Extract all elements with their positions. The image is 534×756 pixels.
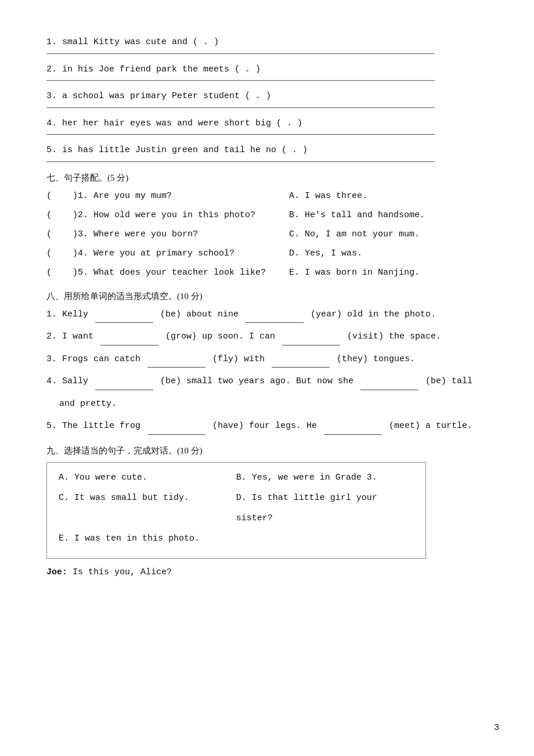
reorder-q4: 4. her her hair eyes was and were short … [46, 116, 488, 131]
answer-line-2 [46, 80, 435, 81]
section8-q4b: and pretty. [59, 396, 488, 413]
section9-title: 九、选择适当的句子，完成对话。(10 分) [46, 445, 488, 456]
section7-title: 七、句子搭配。(5 分) [46, 172, 488, 183]
answer-line-5 [46, 161, 435, 162]
match-row-2: ( )2. How old were you in this photo? B.… [46, 207, 488, 223]
section8-q3: 3. Frogs can catch (fly) with (they) ton… [46, 351, 488, 368]
page-number: 3 [494, 723, 499, 733]
section7: 七、句子搭配。(5 分) ( )1. Are you my mum? A. I … [46, 172, 488, 280]
reorder-section: 1. small Kitty was cute and ( . ) 2. in … [46, 35, 488, 162]
dialogue-joe: Joe: Is this you, Alice? [46, 564, 488, 580]
reorder-q5: 5. is has little Justin green and tail h… [46, 143, 488, 158]
reorder-q1: 1. small Kitty was cute and ( . ) [46, 35, 488, 50]
reorder-q2: 2. in his Joe friend park the meets ( . … [46, 62, 488, 77]
answer-line-4 [46, 134, 435, 135]
section8: 八、用所给单词的适当形式填空。(10 分) 1. Kelly (be) abou… [46, 291, 488, 435]
section8-q1: 1. Kelly (be) about nine (year) old in t… [46, 307, 488, 323]
match-row-5: ( )5. What does your teacher look like? … [46, 265, 488, 280]
section8-q2: 2. I want (grow) up soon. I can (visit) … [46, 329, 488, 345]
section8-q4: 4. Sally (be) small two years ago. But n… [46, 373, 488, 390]
choice-box: A. You were cute. B. Yes, we were in Gra… [46, 462, 426, 559]
section8-q5: 5. The little frog (have) four legs. He … [46, 418, 488, 435]
section9: 九、选择适当的句子，完成对话。(10 分) A. You were cute. … [46, 445, 488, 580]
answer-line-3 [46, 107, 435, 108]
match-row-3: ( )3. Where were you born? C. No, I am n… [46, 226, 488, 242]
answer-line-1 [46, 53, 435, 54]
match-row-1: ( )1. Are you my mum? A. I was three. [46, 188, 488, 204]
match-row-4: ( )4. Were you at primary school? D. Yes… [46, 246, 488, 261]
reorder-q3: 3. a school was primary Peter student ( … [46, 89, 488, 104]
section8-title: 八、用所给单词的适当形式填空。(10 分) [46, 291, 488, 302]
choice-box-row2: C. It was small but tidy. D. Is that lit… [59, 490, 414, 506]
choice-box-row3: sister? [59, 510, 414, 526]
choice-box-row1: A. You were cute. B. Yes, we were in Gra… [59, 470, 414, 485]
choice-box-row4: E. I was ten in this photo. [59, 531, 414, 546]
